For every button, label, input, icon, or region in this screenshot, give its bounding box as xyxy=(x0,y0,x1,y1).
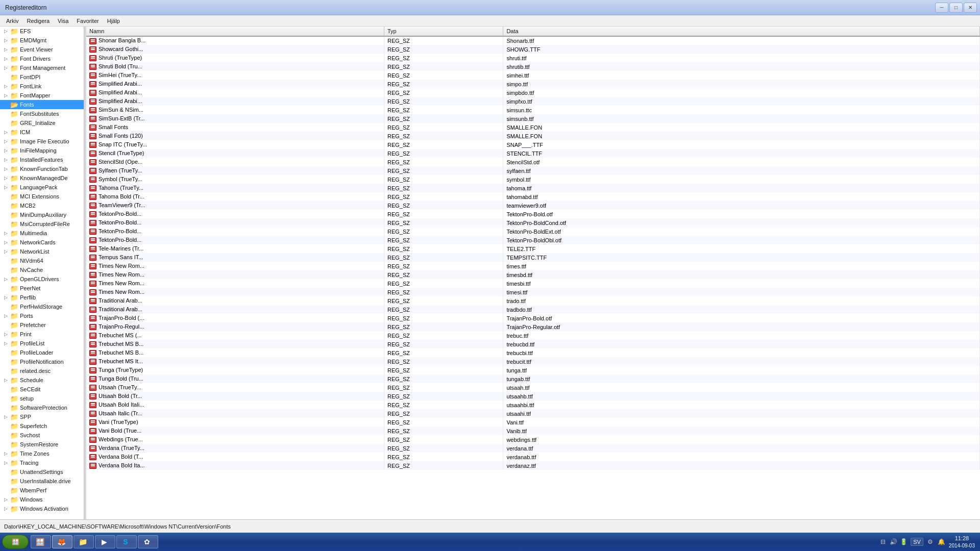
tree-item-fonts[interactable]: 📂 Fonts xyxy=(0,100,84,109)
table-row[interactable]: Tunga Bold (Tru...REG_SZtungab.ttf xyxy=(86,374,980,383)
tree-item-ntvdm64[interactable]: 📁 NtVdm64 xyxy=(0,256,84,265)
table-row[interactable]: TrajanPro-Bold (...REG_SZTrajanPro-Bold.… xyxy=(86,314,980,322)
col-header-name[interactable]: Namn xyxy=(86,27,384,36)
tray-icon-power[interactable]: 🔋 xyxy=(899,538,908,546)
registry-table-panel[interactable]: Namn Typ Data Shonar Bangla B...REG_SZSh… xyxy=(86,27,980,519)
tree-item-windowsactivation[interactable]: ▷ 📁 Windows Activation xyxy=(0,504,84,513)
tree-item-perflib[interactable]: ▷ 📁 Perflib xyxy=(0,293,84,302)
table-row[interactable]: Shruti Bold (Tru...REG_SZshrutib.ttf xyxy=(86,62,980,71)
table-row[interactable]: SimSun & NSim...REG_SZsimsun.ttc xyxy=(86,106,980,114)
tree-item-fontsubstitutes[interactable]: 📁 FontSubstitutes xyxy=(0,109,84,118)
table-row[interactable]: Times New Rom...REG_SZtimesi.ttf xyxy=(86,288,980,296)
tray-icon-misc2[interactable]: 🔔 xyxy=(938,538,946,546)
tree-item-installedfeatures[interactable]: ▷ 📁 InstalledFeatures xyxy=(0,155,84,164)
tree-item-profileloader[interactable]: 📁 ProfileLoader xyxy=(0,348,84,357)
tree-item-minidumpauxiliary[interactable]: 📁 MiniDumpAuxiliary xyxy=(0,210,84,219)
tree-item-opengldrivers[interactable]: ▷ 📁 OpenGLDrivers xyxy=(0,274,84,284)
tree-item-gre[interactable]: 📁 GRE_Initialize xyxy=(0,118,84,128)
menu-visa[interactable]: Visa xyxy=(54,17,72,25)
tree-item-peernet[interactable]: 📁 PeerNet xyxy=(0,284,84,293)
table-row[interactable]: Utsaah Bold (Tr...REG_SZutsaahb.ttf xyxy=(86,392,980,400)
col-header-type[interactable]: Typ xyxy=(384,27,503,36)
tree-item-schedule[interactable]: ▷ 📁 Schedule xyxy=(0,375,84,385)
table-row[interactable]: Tahoma (TrueTy...REG_SZtahoma.ttf xyxy=(86,184,980,192)
tree-item-inifilemapping[interactable]: ▷ 📁 IniFileMapping xyxy=(0,146,84,155)
table-row[interactable]: Trebuchet MS It...REG_SZtrebucit.ttf xyxy=(86,357,980,366)
table-row[interactable]: TektonPro-Bold...REG_SZTektonPro-Bold.ot… xyxy=(86,210,980,218)
table-row[interactable]: Tahoma Bold (Tr...REG_SZtahomabd.ttf xyxy=(86,192,980,201)
table-row[interactable]: SimSun-ExtB (Tr...REG_SZsimsunb.ttf xyxy=(86,114,980,123)
tree-item-eventviewer[interactable]: ▷ 📁 Event Viewer xyxy=(0,45,84,54)
table-row[interactable]: Snap ITC (TrueTy...REG_SZSNAP___.TTF xyxy=(86,140,980,149)
table-row[interactable]: Times New Rom...REG_SZtimesbi.ttf xyxy=(86,279,980,288)
tree-item-mcb2[interactable]: 📁 MCB2 xyxy=(0,201,84,210)
tree-panel[interactable]: ▷ 📁 EFS ▷ 📁 EMDMgmt ▷ 📁 Event Viewer ▷ 📁… xyxy=(0,27,84,519)
taskbar-item-media[interactable]: ▶ xyxy=(95,535,115,548)
table-row[interactable]: Verdana (TrueTy...REG_SZverdana.ttf xyxy=(86,444,980,453)
tree-item-efs[interactable]: ▷ 📁 EFS xyxy=(0,27,84,36)
close-button[interactable]: ✕ xyxy=(964,3,977,13)
table-row[interactable]: Webdings (True...REG_SZwebdings.ttf xyxy=(86,435,980,444)
taskbar-item-other[interactable]: ✿ xyxy=(138,535,158,548)
maximize-button[interactable]: □ xyxy=(949,3,963,13)
table-row[interactable]: Sylfaen (TrueTy...REG_SZsylfaen.ttf xyxy=(86,166,980,175)
table-row[interactable]: Times New Rom...REG_SZtimesbd.ttf xyxy=(86,270,980,279)
tree-item-mciextensions[interactable]: 📁 MCI Extensions xyxy=(0,192,84,201)
table-row[interactable]: Utsaah Italic (Tr...REG_SZutsaahi.ttf xyxy=(86,409,980,418)
tray-icon-network[interactable]: ⊟ xyxy=(879,538,887,546)
menu-hjalp[interactable]: Hjälp xyxy=(103,17,124,25)
tree-item-emdmgmt[interactable]: ▷ 📁 EMDMgmt xyxy=(0,36,84,45)
table-row[interactable]: Small Fonts (120)REG_SZSMALLE.FON xyxy=(86,132,980,140)
taskbar-item-explorer[interactable]: 📁 xyxy=(74,535,94,548)
table-row[interactable]: TektonPro-Bold...REG_SZTektonPro-BoldCon… xyxy=(86,218,980,227)
table-row[interactable]: Showcard Gothi...REG_SZSHOWG.TTF xyxy=(86,45,980,54)
table-row[interactable]: Tempus Sans IT...REG_SZTEMPSITC.TTF xyxy=(86,253,980,262)
tree-item-svchost[interactable]: 📁 Svchost xyxy=(0,431,84,440)
table-row[interactable]: Stencil (TrueType)REG_SZSTENCIL.TTF xyxy=(86,149,980,158)
tree-item-ports[interactable]: ▷ 📁 Ports xyxy=(0,311,84,320)
tree-item-windows[interactable]: ▷ 📁 Windows xyxy=(0,495,84,504)
table-row[interactable]: Small FontsREG_SZSMALLE.FON xyxy=(86,123,980,132)
table-row[interactable]: TektonPro-Bold...REG_SZTektonPro-BoldExt… xyxy=(86,227,980,236)
table-row[interactable]: Traditional Arab...REG_SZtradbdo.ttf xyxy=(86,305,980,314)
menu-redigera[interactable]: Redigera xyxy=(22,17,54,25)
tree-item-wbemperf[interactable]: 📁 WbemPerf xyxy=(0,486,84,495)
table-row[interactable]: Trebuchet MS B...REG_SZtrebucbi.ttf xyxy=(86,348,980,357)
tree-item-relateddesc[interactable]: 📁 related.desc xyxy=(0,366,84,375)
table-row[interactable]: Vani Bold (True...REG_SZVanib.ttf xyxy=(86,427,980,435)
tree-item-fontdrivers[interactable]: ▷ 📁 Font Drivers xyxy=(0,54,84,63)
tree-item-fontmanagement[interactable]: ▷ 📁 Font Management xyxy=(0,63,84,72)
language-selector[interactable]: SV xyxy=(911,538,923,546)
menu-favoriter[interactable]: Favoriter xyxy=(72,17,103,25)
table-row[interactable]: StencilStd (Ope...REG_SZStencilStd.otf xyxy=(86,158,980,166)
table-row[interactable]: Vani (TrueType)REG_SZVani.ttf xyxy=(86,418,980,427)
tree-item-profilenotification[interactable]: 📁 ProfileNotification xyxy=(0,357,84,366)
tree-item-print[interactable]: ▷ 📁 Print xyxy=(0,330,84,339)
table-row[interactable]: Verdana Bold (T...REG_SZverdanab.ttf xyxy=(86,453,980,461)
tree-item-languagepack[interactable]: ▷ 📁 LanguagePack xyxy=(0,183,84,192)
tree-item-unattendsettings[interactable]: 📁 UnattendSettings xyxy=(0,467,84,477)
table-row[interactable]: Trebuchet MS (...REG_SZtrebuc.ttf xyxy=(86,331,980,340)
tree-item-secedit[interactable]: 📁 SeCEdit xyxy=(0,385,84,394)
table-row[interactable]: Times New Rom...REG_SZtimes.ttf xyxy=(86,262,980,270)
tree-item-softwareprotection[interactable]: 📁 SoftwareProtection xyxy=(0,403,84,412)
table-row[interactable]: Utsaah (TrueTy...REG_SZutsaah.ttf xyxy=(86,383,980,392)
tree-item-tracing[interactable]: ▷ 📁 Tracing xyxy=(0,458,84,467)
table-row[interactable]: Tele-Marines (Tr...REG_SZTELE2.TTF xyxy=(86,244,980,253)
tray-icon-volume[interactable]: 🔊 xyxy=(889,538,897,546)
tree-item-nvcache[interactable]: 📁 NvCache xyxy=(0,265,84,274)
table-row[interactable]: Verdana Bold Ita...REG_SZverdanaz.ttf xyxy=(86,461,980,470)
clock[interactable]: 11:28 2014-09-03 xyxy=(949,535,975,548)
tree-item-perfhwldstorage[interactable]: 📁 PerfHwldStorage xyxy=(0,302,84,311)
tree-item-superfetch[interactable]: 📁 Superfetch xyxy=(0,421,84,431)
table-row[interactable]: Traditional Arab...REG_SZtrado.ttf xyxy=(86,296,980,305)
tree-item-spp[interactable]: ▷ 📁 SPP xyxy=(0,412,84,421)
minimize-button[interactable]: ─ xyxy=(935,3,948,13)
table-row[interactable]: Tunga (TrueType)REG_SZtunga.ttf xyxy=(86,366,980,374)
table-row[interactable]: Symbol (TrueTy...REG_SZsymbol.ttf xyxy=(86,175,980,184)
table-row[interactable]: Simplified Arabi...REG_SZsimpo.ttf xyxy=(86,80,980,88)
table-row[interactable]: Shruti (TrueType)REG_SZshruti.ttf xyxy=(86,54,980,62)
tree-item-multimedia[interactable]: ▷ 📁 Multimedia xyxy=(0,229,84,238)
taskbar-item-windows[interactable]: 🪟 xyxy=(31,535,51,548)
col-header-data[interactable]: Data xyxy=(503,27,980,36)
